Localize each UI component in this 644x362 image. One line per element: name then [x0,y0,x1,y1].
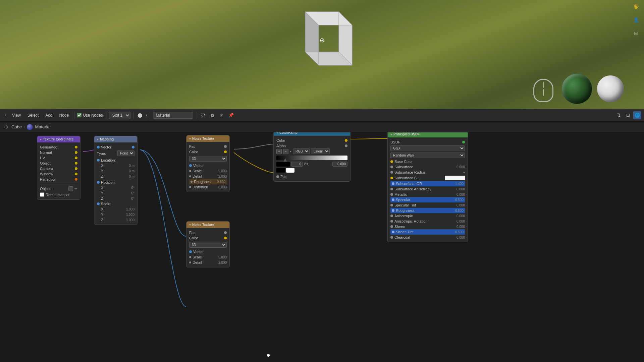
dimension-select2[interactable]: 3D [189,242,227,248]
scale-x-value[interactable]: 1.000 [126,207,135,211]
colorramp-dropdown-arrow[interactable]: ▾ [290,149,291,153]
subsurface-ior-socket[interactable] [392,182,394,185]
clearcoat-value[interactable]: 0.000 [457,236,465,239]
vector-in-socket[interactable] [189,164,192,167]
colorramp-add-btn[interactable]: + [276,149,282,154]
use-nodes-checkbox-label[interactable]: Use Nodes [77,113,103,118]
snap-icon[interactable]: ⊡ [624,111,632,119]
aniso-rot-socket[interactable] [390,220,393,223]
subsurface-ior-value[interactable]: 1.400 [455,182,464,186]
bsdf-socket[interactable] [462,141,465,143]
sheen-tint-socket[interactable] [392,231,394,233]
sheen-value[interactable]: 0.000 [457,225,465,229]
subsurface-radius-dropdown[interactable]: ▾ [463,171,465,174]
object-picker-btn[interactable]: ✏ [74,187,77,191]
specular-value[interactable]: 0.500 [455,198,464,202]
specular-tint-value[interactable]: 0.000 [457,203,465,207]
window-socket[interactable] [75,173,77,175]
node-menu-btn[interactable]: Node [57,112,72,119]
color-socket[interactable] [224,150,227,153]
node-editor[interactable]: ▾ View Select Add Node Use Nodes Slot 1 … [0,109,644,362]
rom-instancer-checkbox[interactable] [40,192,44,197]
slot-select[interactable]: Slot 1 [109,112,130,119]
node-texture-coordinate[interactable]: ▾ Texture Coordinate Generated Normal UV… [37,136,80,200]
rot-z-value[interactable]: 0° [131,197,135,200]
camera-socket[interactable] [75,167,77,170]
scale-value2[interactable]: 5.000 [218,255,227,259]
node-colorramp[interactable]: ▾ ColorRamp Color Alpha + − ▾ [273,132,351,182]
subsurface-method-select[interactable]: Random Walk [390,153,465,158]
subsurface-value[interactable]: 0.000 [457,165,465,169]
subsurface-color-box[interactable] [445,176,465,180]
node-noise-texture-1[interactable]: ▾ Noise Texture Fac Color 3D [186,135,230,192]
subsurface-aniso-socket[interactable] [390,188,393,190]
node-noise-texture-2[interactable]: ▾ Noise Texture Fac Color 3D [186,221,230,267]
rot-socket[interactable] [97,181,100,184]
roughness-value[interactable]: 0.500 [455,209,464,213]
generated-socket[interactable] [75,146,77,148]
subsurface-aniso-value[interactable]: 0.000 [457,187,465,191]
fac-socket[interactable] [224,145,227,148]
node-mapping[interactable]: ▾ Mapping Vector Type: Point [94,136,138,225]
specular-socket[interactable] [392,198,394,201]
vector-in-socket[interactable] [97,146,100,148]
breadcrumb-material[interactable]: Material [35,124,50,129]
use-nodes-checkbox[interactable] [77,113,82,117]
color-socket2[interactable] [224,237,227,239]
material-name-input[interactable] [153,112,193,119]
distortion-value[interactable]: 0.000 [218,185,227,189]
colorramp-remove-btn[interactable]: − [283,149,288,154]
select-menu-btn[interactable]: Select [25,112,41,119]
loc-socket[interactable] [97,159,100,162]
colorramp-position-input[interactable] [291,162,303,167]
material-ball-white[interactable] [597,75,624,102]
metallic-socket[interactable] [390,193,393,196]
base-color-socket[interactable] [390,160,393,163]
object-socket[interactable] [75,162,77,165]
scale-z-value[interactable]: 1.000 [126,218,135,222]
loc-z-value[interactable]: 0 m [129,175,135,178]
close-icon[interactable]: ✕ [218,111,226,119]
metallic-value[interactable]: 0.000 [457,193,465,196]
swatch-black[interactable] [276,168,285,173]
overlay-icon[interactable]: 🌐 [633,111,641,119]
node-principled-bsdf[interactable]: ▾ Principled BSDF BSDF GGX R [387,132,468,242]
view-menu-btn[interactable]: View [9,112,23,119]
colorramp-interp-select[interactable]: Linear [311,148,330,154]
viewport-icon-grid[interactable]: ⊞ [631,28,641,38]
roughness-socket[interactable] [392,209,394,212]
sheen-socket[interactable] [390,225,393,228]
uv-socket[interactable] [75,157,77,159]
scale-y-value[interactable]: 1.000 [126,213,135,217]
alpha-out-socket[interactable] [345,144,347,147]
loc-y-value[interactable]: 0 m [129,169,135,173]
align-icon[interactable]: ⇅ [614,111,623,119]
fac-in-socket[interactable] [276,175,279,178]
subsurface-radius-socket[interactable] [390,171,393,174]
normal-socket[interactable] [75,151,77,154]
pin-icon[interactable]: 📌 [227,111,235,119]
expand-btn[interactable]: ▾ [3,113,8,118]
scale-value[interactable]: 5.000 [218,169,227,173]
viewport-icon-render[interactable]: 👤 [631,15,641,24]
subsurface-socket[interactable] [390,166,393,168]
aniso-rot-value[interactable]: 0.000 [457,220,465,223]
dimension-select[interactable]: 3D [189,156,227,162]
clearcoat-socket[interactable] [390,236,393,239]
mesh-icon[interactable]: ⬡ [3,124,9,130]
colorramp-rgb-select[interactable]: RGB [293,148,310,154]
add-menu-btn[interactable]: Add [43,112,55,119]
vector-in-socket2[interactable] [189,250,192,253]
rot-x-value[interactable]: 0° [131,186,135,190]
fac-socket2[interactable] [224,231,227,234]
color-out-socket[interactable] [345,139,347,142]
type-select[interactable]: Point [117,150,135,156]
detail-value2[interactable]: 2.000 [218,261,227,264]
viewport-icon-hand[interactable]: 🖐 [631,2,641,11]
shader-icon[interactable]: ⬤ [136,111,144,119]
shield-icon[interactable]: 🛡 [199,111,207,119]
swatch-white[interactable] [286,168,294,173]
sheen-tint-value[interactable]: 0.500 [455,230,464,234]
viewport-3d[interactable]: ⊕ 🖐 👤 ⊞ [0,0,644,109]
loc-x-value[interactable]: 0 m [129,164,135,168]
